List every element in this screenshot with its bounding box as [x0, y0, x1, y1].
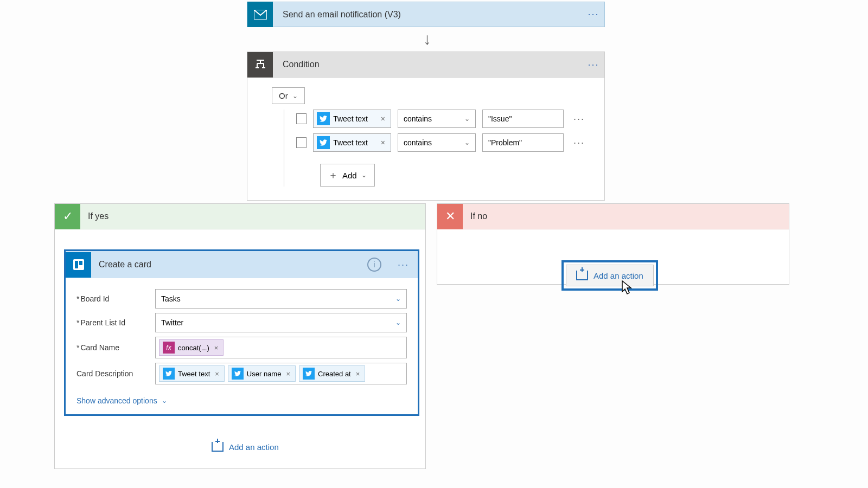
mail-icon — [247, 2, 273, 27]
chevron-down-icon: ⌄ — [361, 171, 367, 179]
create-card-title: Create a card — [91, 260, 367, 269]
card-name-label: *Card Name — [76, 343, 155, 352]
if-no-header: ✕ If no — [437, 204, 789, 229]
operator-label: contains — [404, 138, 432, 147]
condition-menu-button[interactable]: ··· — [583, 59, 604, 70]
advanced-options-label: Show advanced options — [76, 396, 157, 405]
chevron-down-icon: ⌄ — [162, 397, 167, 404]
dynamic-token[interactable]: Created at × — [299, 365, 365, 382]
row-checkbox[interactable] — [296, 113, 307, 124]
parent-list-select[interactable]: Twitter ⌄ — [155, 313, 407, 332]
card-description-label: Card Description — [76, 369, 155, 378]
card-description-input[interactable]: Tweet text × User name × Created at × — [155, 363, 407, 384]
operand-token-field[interactable]: Tweet text × — [313, 110, 391, 128]
dynamic-token[interactable]: User name × — [228, 365, 296, 382]
token-remove-button[interactable]: × — [284, 370, 292, 378]
dynamic-token[interactable]: Tweet text × — [159, 365, 225, 382]
operator-select[interactable]: contains ⌄ — [398, 133, 476, 152]
row-checkbox[interactable] — [296, 137, 307, 148]
show-advanced-options-link[interactable]: Show advanced options ⌄ — [76, 396, 167, 405]
board-id-label: *Board Id — [76, 294, 155, 303]
create-card-header[interactable]: Create a card i ··· — [66, 251, 418, 278]
action-title: Send an email notification (V3) — [273, 10, 583, 20]
add-action-label: Add an action — [593, 271, 643, 280]
expression-token[interactable]: fx concat(...) × — [159, 339, 224, 356]
row-menu-button[interactable]: ··· — [570, 113, 588, 125]
token-remove-button[interactable]: × — [379, 114, 387, 123]
row-menu-button[interactable]: ··· — [570, 137, 588, 149]
flow-arrow-icon: ↓ — [423, 30, 431, 48]
trello-icon — [66, 252, 91, 278]
chevron-down-icon: ⌄ — [292, 92, 298, 100]
check-icon: ✓ — [55, 204, 80, 229]
plus-icon: ＋ — [328, 169, 338, 182]
token-label: Created at — [318, 370, 351, 378]
card-name-input[interactable]: fx concat(...) × — [155, 337, 407, 358]
value-input[interactable] — [482, 133, 564, 152]
fx-icon: fx — [163, 342, 175, 354]
group-operator-label: Or — [279, 91, 288, 100]
token-label: Tweet text — [178, 370, 210, 378]
condition-header[interactable]: Condition ··· — [247, 52, 604, 78]
twitter-icon — [317, 112, 330, 125]
svg-rect-3 — [79, 261, 82, 265]
svg-rect-2 — [75, 261, 78, 268]
if-yes-header: ✓ If yes — [55, 204, 425, 229]
add-action-icon — [576, 271, 588, 280]
add-label: Add — [342, 171, 357, 180]
create-card-action: Create a card i ··· *Board Id Tasks ⌄ *P… — [64, 249, 419, 416]
if-no-label: If no — [463, 211, 487, 221]
condition-title: Condition — [273, 60, 583, 69]
add-action-icon — [212, 442, 224, 452]
twitter-icon — [232, 368, 244, 380]
token-remove-button[interactable]: × — [213, 344, 220, 352]
condition-row: Tweet text × contains ⌄ ··· — [296, 133, 588, 152]
add-action-label: Add an action — [229, 442, 279, 452]
token-label: User name — [247, 370, 282, 378]
token-label: Tweet text — [333, 114, 368, 123]
board-id-value: Tasks — [161, 294, 181, 303]
token-label: Tweet text — [333, 138, 368, 147]
add-action-button-yes[interactable]: Add an action — [212, 442, 279, 452]
add-condition-button[interactable]: ＋ Add ⌄ — [320, 164, 375, 187]
action-menu-button[interactable]: ··· — [389, 259, 418, 271]
close-icon: ✕ — [437, 204, 463, 229]
expression-label: concat(...) — [178, 344, 209, 352]
twitter-icon — [163, 368, 175, 380]
parent-list-label: *Parent List Id — [76, 318, 155, 327]
chevron-down-icon: ⌄ — [395, 319, 401, 326]
token-remove-button[interactable]: × — [379, 138, 387, 147]
operator-label: contains — [404, 114, 432, 123]
info-icon[interactable]: i — [367, 258, 381, 272]
chevron-down-icon: ⌄ — [395, 295, 401, 303]
token-remove-button[interactable]: × — [213, 370, 221, 378]
value-input[interactable] — [482, 110, 564, 128]
condition-card: Condition ··· Or ⌄ Tweet text × contains — [247, 52, 605, 201]
parent-list-value: Twitter — [161, 318, 183, 327]
twitter-icon — [317, 136, 330, 149]
token-remove-button[interactable]: × — [354, 370, 362, 378]
twitter-icon — [303, 368, 315, 380]
action-menu-button[interactable]: ··· — [583, 9, 604, 20]
operand-token-field[interactable]: Tweet text × — [313, 133, 391, 152]
add-action-button-no[interactable]: Add an action — [566, 265, 654, 286]
add-action-highlight: Add an action — [561, 260, 658, 291]
chevron-down-icon: ⌄ — [464, 139, 470, 146]
if-yes-label: If yes — [80, 211, 108, 221]
condition-row: Tweet text × contains ⌄ ··· — [296, 110, 588, 128]
condition-icon — [247, 52, 273, 78]
operator-select[interactable]: contains ⌄ — [398, 110, 476, 128]
chevron-down-icon: ⌄ — [464, 115, 470, 123]
group-operator-select[interactable]: Or ⌄ — [272, 87, 305, 104]
send-email-action-card[interactable]: Send an email notification (V3) ··· — [247, 2, 605, 27]
board-id-select[interactable]: Tasks ⌄ — [155, 289, 407, 309]
